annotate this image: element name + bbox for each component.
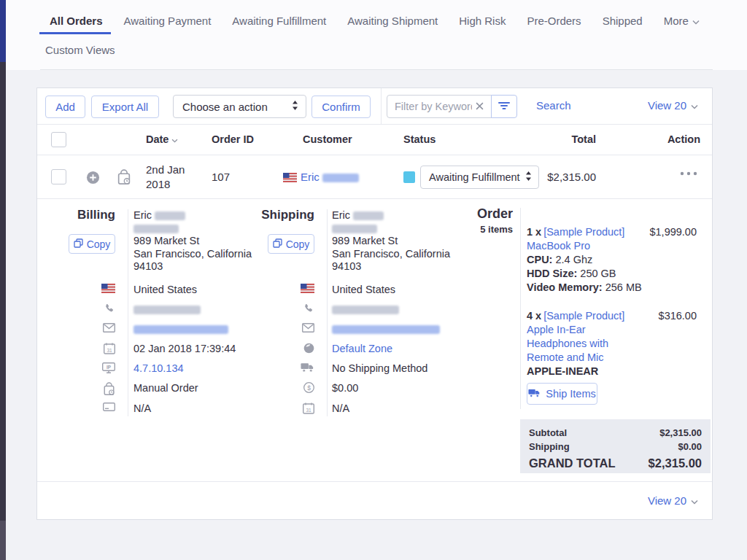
globe-icon xyxy=(297,343,314,354)
tab-awaiting-payment[interactable]: Awaiting Payment xyxy=(124,15,212,27)
collapse-row-icon[interactable] xyxy=(86,171,100,184)
sidebar-scrollbar-thumb[interactable] xyxy=(0,521,6,560)
copy-icon xyxy=(74,238,83,250)
orders-table-card: Add Export All Choose an action Confirm … xyxy=(36,88,713,520)
envelope-icon xyxy=(297,323,314,332)
select-all-checkbox[interactable] xyxy=(51,132,66,147)
orders-tab-bar: All Orders Awaiting Payment Awaiting Ful… xyxy=(6,0,747,70)
shipping-copy-button[interactable]: Copy xyxy=(268,234,314,254)
redacted-customer-name xyxy=(322,174,359,182)
redacted-billing-company xyxy=(133,225,179,233)
shipping-cost-row: $ $0.00 xyxy=(297,381,493,394)
shipping-zone-link[interactable]: Default Zone xyxy=(332,342,493,355)
export-all-button[interactable]: Export All xyxy=(91,96,159,118)
row-actions-ellipsis-icon[interactable] xyxy=(680,171,697,176)
billing-email-row xyxy=(98,322,296,335)
order-item: 4 x[Sample Product] Apple In-Ear Headpho… xyxy=(527,309,697,378)
shipping-date-row: 31 N/A xyxy=(297,402,493,415)
column-header-action: Action xyxy=(667,133,700,145)
order-items-count: 5 items xyxy=(435,224,513,235)
redacted-billing-email xyxy=(133,325,228,334)
truck-icon xyxy=(528,388,541,400)
customer-link[interactable]: Eric xyxy=(301,171,359,183)
tab-bar-divider xyxy=(40,69,713,70)
billing-phone-row xyxy=(98,303,296,316)
billing-ip-row: IP 4.7.10.134 xyxy=(98,362,296,375)
toolbar-divider xyxy=(381,88,382,125)
sort-chevron-icon xyxy=(171,133,178,145)
column-header-status[interactable]: Status xyxy=(403,133,436,145)
order-divider xyxy=(520,208,521,409)
redacted-shipping-email xyxy=(332,325,440,334)
us-flag-icon xyxy=(283,173,297,182)
bulk-action-select[interactable]: Choose an action xyxy=(173,95,306,118)
product-link[interactable]: [Sample Product] MacBook Pro xyxy=(527,226,624,252)
column-header-total[interactable]: Total xyxy=(571,133,596,145)
shipping-method-row: No Shipping Method xyxy=(297,362,493,375)
item-price: $316.00 xyxy=(659,309,697,323)
ship-items-button[interactable]: Ship Items xyxy=(527,383,597,405)
page-size-select[interactable]: View 20 xyxy=(648,99,698,112)
order-source-bag-icon[interactable] xyxy=(117,169,131,185)
tab-more[interactable]: More xyxy=(664,15,700,27)
redacted-billing-surname xyxy=(155,211,185,220)
tab-awaiting-fulfillment[interactable]: Awaiting Fulfillment xyxy=(232,15,326,27)
shipping-phone-row xyxy=(297,303,493,316)
order-row: 2nd Jan 2018 107 Eric Awaiting Fulfillme… xyxy=(37,155,712,199)
table-header: Date Order ID Customer Status Total Acti… xyxy=(37,125,712,155)
order-heading: Order 5 items xyxy=(435,206,513,235)
svg-text:IP: IP xyxy=(107,365,112,370)
item-price: $1,999.00 xyxy=(649,225,697,239)
confirm-button[interactable]: Confirm xyxy=(311,96,371,118)
orders-screen: All Orders Awaiting Payment Awaiting Ful… xyxy=(0,0,747,560)
billing-heading: Billing xyxy=(37,208,115,222)
envelope-icon xyxy=(98,323,115,332)
tab-high-risk[interactable]: High Risk xyxy=(459,15,506,27)
shipping-zone-row: Default Zone xyxy=(297,342,493,355)
tab-custom-views[interactable]: Custom Views xyxy=(45,44,115,56)
row-checkbox[interactable] xyxy=(51,169,66,184)
order-status-select[interactable]: Awaiting Fulfillment xyxy=(420,166,539,189)
column-header-date[interactable]: Date xyxy=(146,133,178,145)
svg-text:$: $ xyxy=(307,384,311,392)
credit-card-icon xyxy=(98,402,115,411)
tab-pre-orders[interactable]: Pre-Orders xyxy=(527,15,581,27)
collapsed-sidebar[interactable] xyxy=(0,0,6,560)
chevron-down-icon xyxy=(692,15,700,27)
column-header-order-id[interactable]: Order ID xyxy=(212,133,254,145)
orders-toolbar: Add Export All Choose an action Confirm … xyxy=(37,88,712,125)
select-arrows-icon xyxy=(525,171,532,184)
advanced-filter-button[interactable] xyxy=(491,95,517,118)
redacted-shipping-phone xyxy=(332,306,399,314)
ip-address-link[interactable]: 4.7.10.134 xyxy=(133,362,296,375)
table-footer: View 20 xyxy=(37,482,712,519)
page-size-select-bottom[interactable]: View 20 xyxy=(648,494,698,507)
column-header-customer[interactable]: Customer xyxy=(303,133,352,145)
filter-lines-icon xyxy=(498,100,510,113)
redacted-shipping-surname xyxy=(353,211,384,220)
dollar-circle-icon: $ xyxy=(297,382,314,393)
order-totals: Subtotal$2,315.00 Shipping$0.00 GRAND TO… xyxy=(520,419,711,473)
monitor-ip-icon: IP xyxy=(98,362,115,373)
product-link[interactable]: [Sample Product] Apple In-Ear Headphones… xyxy=(527,310,624,363)
tab-shipped[interactable]: Shipped xyxy=(603,15,643,27)
tab-all-orders[interactable]: All Orders xyxy=(50,15,103,27)
clear-filter-icon[interactable] xyxy=(476,102,484,110)
shipping-row: Shipping$0.00 xyxy=(529,440,702,454)
billing-date-row: 31 02 Jan 2018 17:39:44 xyxy=(98,342,296,355)
sidebar-logo-strip xyxy=(0,0,6,62)
us-flag-icon xyxy=(98,284,115,293)
svg-text:31: 31 xyxy=(107,348,112,353)
truck-icon xyxy=(297,362,314,373)
shipping-country-row: United States xyxy=(297,283,493,296)
redacted-shipping-company xyxy=(332,225,377,233)
search-link[interactable]: Search xyxy=(536,99,571,112)
us-flag-icon xyxy=(297,284,314,293)
grand-total-row: GRAND TOTAL$2,315.00 xyxy=(529,454,702,472)
add-order-button[interactable]: Add xyxy=(45,96,85,118)
tab-awaiting-shipment[interactable]: Awaiting Shipment xyxy=(347,15,438,27)
calendar-31-icon: 31 xyxy=(98,343,115,354)
calendar-31-icon: 31 xyxy=(297,402,314,414)
phone-icon xyxy=(98,303,115,314)
billing-copy-button[interactable]: Copy xyxy=(69,234,115,254)
